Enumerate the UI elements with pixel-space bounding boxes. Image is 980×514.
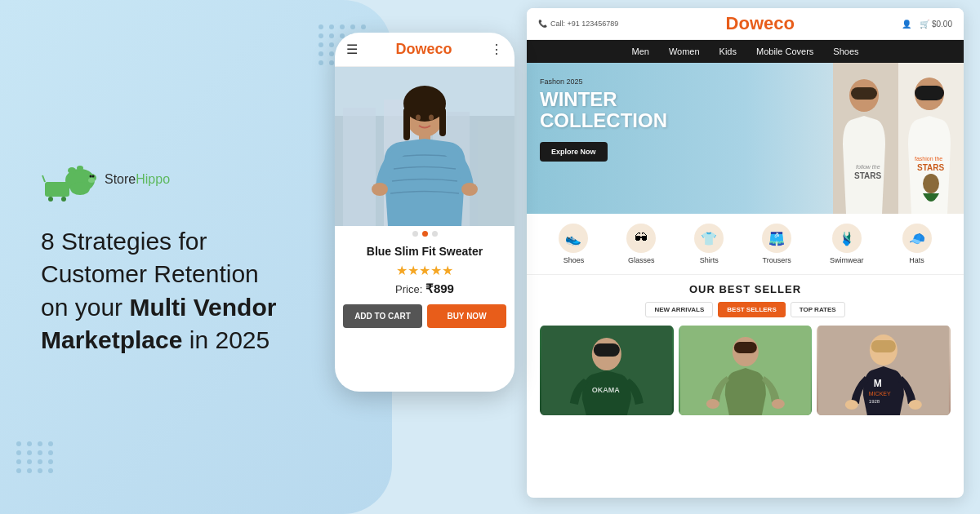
svg-point-8 [90,175,92,177]
best-seller-title: OUR BEST SELLER [540,283,951,295]
svg-point-26 [372,183,388,196]
hats-icon: 🧢 [902,224,932,253]
product-card-1[interactable]: OKAMA [540,326,674,415]
filter-tabs: NEW ARRIVALS BEST SELLERS TOP RATES [540,302,951,317]
phone-product-name: Blue Slim Fit Sweater [335,241,514,261]
svg-point-56 [845,400,858,410]
svg-point-48 [772,399,785,409]
svg-rect-21 [403,108,410,140]
product-3-image: M MICKEY 1928 [817,326,951,415]
headline-text: 8 Strategies for Customer Retention on y… [41,225,359,357]
logo-store-part: Store [105,172,136,186]
hero-fashion-figures: follow the STARS fashion the STARS [833,63,964,214]
product-card-2[interactable] [679,326,813,415]
phone-product-image [335,67,514,226]
logo-hippo-part: Hippo [136,172,170,186]
hero-label: Fashon 2025 [540,78,667,86]
nav-shoes[interactable]: Shoes [833,47,858,56]
shoes-label: Shoes [564,256,585,264]
svg-text:OKAMA: OKAMA [592,386,620,394]
trousers-icon: 🩳 [762,224,791,253]
nav-mobile-covers[interactable]: Mobile Covers [756,47,813,56]
category-trousers[interactable]: 🩳 Trousers [762,224,791,264]
category-shirts[interactable]: 👕 Shirts [694,224,724,264]
site-contact-info: 📞 Call: +91 123456789 [538,20,618,28]
hero-figures-svg: follow the STARS fashion the STARS [833,63,964,214]
svg-point-27 [461,183,478,196]
phone-mockup: ☰ Doweco ⋮ [335,33,514,392]
storehippo-logo-icon [41,157,98,202]
phone-action-buttons: ADD TO CART BUY NOW [343,304,506,328]
svg-rect-36 [915,86,944,100]
svg-rect-0 [45,182,69,197]
svg-rect-18 [478,120,514,226]
dots-decoration-bottom [0,441,55,473]
svg-text:follow the: follow the [856,164,880,170]
cart-icon[interactable]: 🛒 $0.00 [920,20,952,29]
phone-product-stars: ★★★★★ [335,261,514,280]
tab-top-rates[interactable]: TOP RATES [791,302,845,317]
product-card-3[interactable]: M MICKEY 1928 [817,326,951,415]
svg-point-39 [923,174,939,193]
user-icon[interactable]: 👤 [902,20,911,29]
tab-best-sellers[interactable]: BEST SELLERS [718,302,785,317]
svg-point-12 [77,166,83,171]
hero-text-block: Fashon 2025 WINTER COLLECTION Explore No… [540,78,667,162]
best-seller-section: OUR BEST SELLER NEW ARRIVALS BEST SELLER… [527,275,964,423]
phone-brand: Doweco [395,41,452,58]
site-topbar: 📞 Call: +91 123456789 Doweco 👤 🛒 $0.00 [527,8,964,40]
hero-banner: Fashon 2025 WINTER COLLECTION Explore No… [527,63,964,214]
shoes-icon: 👟 [559,224,588,253]
phone-product-price: Price: ₹899 [335,280,514,298]
buy-now-button[interactable]: BUY NOW [427,304,506,328]
tab-new-arrivals[interactable]: NEW ARRIVALS [645,302,713,317]
nav-kids[interactable]: Kids [719,47,737,56]
category-hats[interactable]: 🧢 Hats [902,224,932,264]
svg-point-2 [61,197,66,202]
carousel-dot-1[interactable] [412,231,418,237]
svg-text:M: M [874,378,882,389]
svg-line-3 [42,175,45,182]
svg-rect-52 [871,340,896,352]
category-shoes[interactable]: 👟 Shoes [559,224,588,264]
phone-header: ☰ Doweco ⋮ [335,33,514,67]
svg-point-1 [48,197,53,202]
site-category-row: 👟 Shoes 🕶 Glasses 👕 Shirts 🩳 Trousers 🩱 … [527,214,964,275]
svg-rect-46 [734,342,757,353]
hero-cta-button[interactable]: Explore Now [540,142,608,162]
glasses-label: Glasses [628,256,655,264]
left-panel: StoreHippo 8 Strategies for Customer Ret… [0,0,392,514]
trousers-label: Trousers [763,256,791,264]
hero-title: WINTER COLLECTION [540,89,667,132]
category-glasses[interactable]: 🕶 Glasses [626,224,656,264]
shirts-label: Shirts [700,256,719,264]
svg-point-47 [706,399,719,409]
svg-rect-22 [439,108,446,136]
site-brand: Doweco [726,13,795,34]
svg-point-6 [70,182,90,195]
svg-point-57 [909,400,922,410]
nav-women[interactable]: Women [669,47,700,56]
svg-rect-42 [594,343,620,357]
site-navigation: Men Women Kids Mobile Covers Shoes [527,40,964,63]
carousel-dot-2[interactable] [422,231,428,237]
more-options-icon[interactable]: ⋮ [490,42,503,57]
add-to-cart-button[interactable]: ADD TO CART [343,304,422,328]
svg-point-23 [416,115,421,121]
logo-area: StoreHippo [41,157,359,202]
phone-icon: 📞 [538,20,547,28]
nav-men[interactable]: Men [631,47,648,56]
desktop-site-mockup: 📞 Call: +91 123456789 Doweco 👤 🛒 $0.00 M… [527,8,964,498]
carousel-dot-3[interactable] [432,231,438,237]
glasses-icon: 🕶 [626,224,656,253]
svg-point-24 [429,115,434,121]
product-grid: OKAMA [540,326,951,415]
category-swimwear[interactable]: 🩱 Swimwear [830,224,864,264]
svg-text:fashion the: fashion the [915,156,942,162]
shirts-icon: 👕 [694,224,724,253]
hats-label: Hats [909,256,924,264]
svg-rect-31 [851,87,877,100]
svg-point-10 [88,178,95,183]
logo-text: StoreHippo [105,172,170,187]
hamburger-icon[interactable]: ☰ [346,42,358,57]
